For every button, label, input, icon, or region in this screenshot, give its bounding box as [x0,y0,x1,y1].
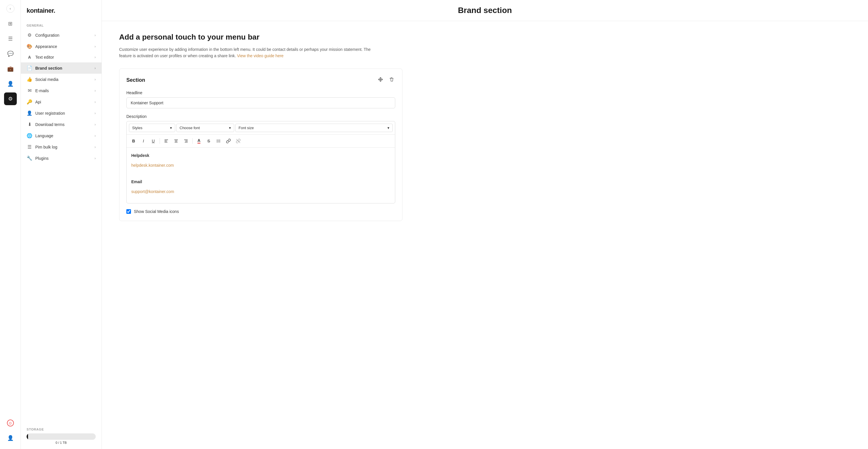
description-group: Description Styles ▾ Choose font ▾ [126,114,395,203]
styles-dropdown-chevron: ▾ [170,126,172,130]
sidebar-item-emails[interactable]: ✉ E-mails › [21,85,101,96]
underline-button[interactable]: U [149,136,158,146]
sidebar-item-user-registration[interactable]: 👤 User registration › [21,107,101,119]
section-card-header: Section [126,76,395,85]
remove-link-button[interactable] [234,136,243,146]
comment-sidebar-item[interactable]: 💬 [4,47,17,60]
rte-content[interactable]: Helpdesk helpdesk.kontainer.com Email su… [127,148,395,203]
sidebar-item-api[interactable]: 🔑 Api › [21,96,101,107]
pim-bulk-log-icon: ☰ [27,144,32,150]
text-editor-icon: A [27,55,32,60]
insert-link-button[interactable] [224,136,233,146]
sidebar-item-download-terms[interactable]: ⬇ Download terms › [21,119,101,130]
page-title: Brand section [113,6,857,15]
collapse-button[interactable]: ‹ [6,5,14,13]
api-icon: 🔑 [27,99,32,105]
rich-text-editor: Styles ▾ Choose font ▾ Font size ▾ [126,121,395,203]
sidebar-item-label: Social media [35,77,58,82]
profile-icon: 👤 [7,435,13,441]
sidebar-item-pim-bulk-log[interactable]: ☰ Pim bulk log › [21,141,101,153]
headline-label: Headline [126,90,395,95]
bullet-list-button[interactable] [214,136,223,146]
section-card-actions [377,76,395,85]
user-reg-icon: 👤 [27,110,32,116]
strikethrough-button[interactable]: S [204,136,213,146]
settings-sidebar-item[interactable]: ⚙ [4,92,17,105]
sidebar-item-appearance[interactable]: 🎨 Appearance › [21,41,101,52]
svg-point-9 [217,139,218,140]
sidebar-item-label: Configuration [35,33,59,38]
align-left-button[interactable] [162,136,171,146]
plugins-icon: 🔧 [27,155,32,161]
app-logo: kontainer. [21,0,101,19]
bold-button[interactable]: B [129,136,138,146]
sidebar-item-brand-section[interactable]: 📄 Brand section › [21,62,101,74]
briefcase-sidebar-item[interactable]: 💼 [4,62,17,75]
text-color-button[interactable]: A [194,136,204,146]
fontsize-dropdown[interactable]: Font size ▾ [235,124,393,132]
sidebar-item-label: Api [35,100,41,104]
grid-icon: ⊞ [8,21,12,27]
align-center-button[interactable] [172,136,181,146]
email-link[interactable]: support@kontainer.com [131,189,174,194]
sidebar-item-social-media[interactable]: 👍 Social media › [21,74,101,85]
grid-sidebar-item[interactable]: ⊞ [4,17,17,30]
email-icon: ✉ [27,88,32,93]
sidebar-item-label: Download terms [35,122,64,127]
section-card: Section Hea [119,68,402,221]
user-sidebar-item[interactable]: 👤 [4,77,17,90]
italic-button[interactable]: I [139,136,148,146]
chevron-right-icon: › [95,123,96,127]
chevron-right-icon: › [95,134,96,138]
sidebar-item-text-editor[interactable]: A Text editor › [21,52,101,62]
user-icon: 👤 [7,81,13,87]
main-header: Brand section [102,0,868,21]
chevron-right-icon: › [95,44,96,49]
chevron-right-icon: › [95,89,96,93]
svg-point-11 [217,141,218,142]
nav-sidebar: kontainer. GENERAL ⚙ Configuration › 🎨 A… [21,0,102,449]
general-section-label: GENERAL [21,19,101,29]
language-icon: 🌐 [27,133,32,138]
social-media-icon: 👍 [27,76,32,82]
section-card-title: Section [126,77,145,83]
headline-input[interactable] [126,97,395,108]
configuration-icon: ⚙ [27,32,32,38]
font-dropdown[interactable]: Choose font ▾ [176,124,234,132]
sidebar-item-label: Text editor [35,55,54,60]
sidebar-item-label: Appearance [35,44,57,49]
sidebar-item-label: E-mails [35,88,49,93]
profile-sidebar-item[interactable]: 👤 [4,432,17,444]
helpdesk-link[interactable]: helpdesk.kontainer.com [131,163,174,168]
chevron-right-icon: › [95,100,96,104]
styles-dropdown[interactable]: Styles ▾ [129,124,175,132]
show-social-media-label: Show Social Media icons [134,209,179,214]
storage-fill [27,434,28,440]
sidebar-item-plugins[interactable]: 🔧 Plugins › [21,153,101,164]
sidebar-item-language[interactable]: 🌐 Language › [21,130,101,141]
icon-sidebar: ‹ ⊞ ☰ 💬 💼 👤 ⚙ ⊙ 👤 [0,0,21,449]
chevron-right-icon: › [95,66,96,70]
sidebar-item-label: Pim bulk log [35,145,57,149]
sidebar-item-label: Plugins [35,156,49,161]
list-sidebar-item[interactable]: ☰ [4,32,17,45]
align-right-button[interactable] [181,136,190,146]
storage-bar [27,434,96,440]
show-social-media-checkbox[interactable] [126,209,131,214]
move-button[interactable] [377,76,384,85]
storage-section: STORAGE 0 / 1 TB [27,428,96,444]
download-icon: ⬇ [27,122,32,127]
video-guide-link[interactable]: View the video guide here [237,54,284,58]
sidebar-item-configuration[interactable]: ⚙ Configuration › [21,29,101,41]
help-icon: ⊙ [7,420,14,426]
chevron-right-icon: › [95,55,96,59]
toolbar-divider [160,138,160,144]
help-sidebar-item[interactable]: ⊙ [4,417,17,429]
social-media-checkbox-row: Show Social Media icons [126,209,395,214]
chevron-right-icon: › [95,145,96,149]
rte-toolbar-top: Styles ▾ Choose font ▾ Font size ▾ [127,121,395,135]
appearance-icon: 🎨 [27,44,32,49]
list-icon: ☰ [8,36,13,42]
delete-button[interactable] [388,76,395,85]
storage-label: STORAGE [27,428,96,431]
